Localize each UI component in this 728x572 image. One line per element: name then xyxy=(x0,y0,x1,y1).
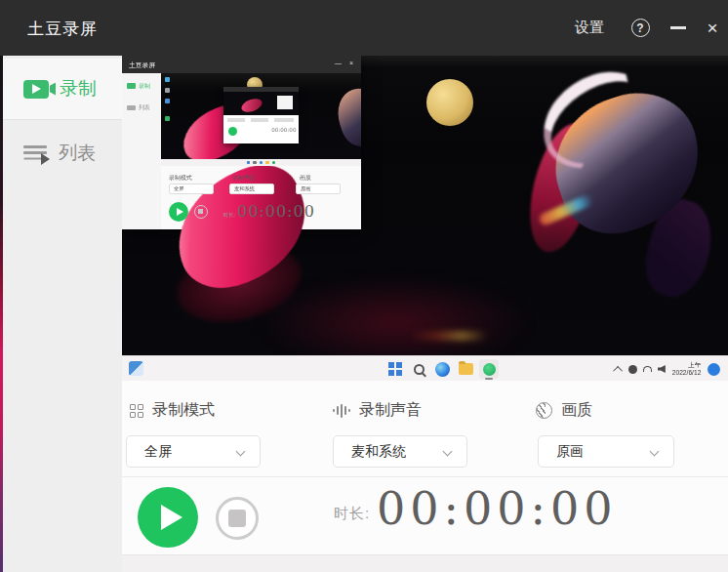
controls-panel: 录制模式 录制声音 画质 全屏 麦和系统 原画 xyxy=(122,381,728,476)
mini-desktop-icon xyxy=(165,99,170,103)
duration-value: 00:00:00 xyxy=(377,482,618,535)
nested-quality-dropdown: 原画 xyxy=(296,184,341,194)
tray-chevron-icon xyxy=(613,365,623,375)
mini-desktop-icon xyxy=(165,116,170,121)
quality-dropdown[interactable]: 原画 xyxy=(538,435,674,468)
preview-taskbar: 上午 2022/6/12 xyxy=(122,355,728,381)
start-record-button[interactable] xyxy=(138,487,198,548)
sound-wave-icon xyxy=(333,403,350,419)
sidebar: 录制 列表 xyxy=(3,56,122,572)
mini-desktop-icon xyxy=(165,77,170,82)
chevron-down-icon xyxy=(443,447,453,457)
nested-mode-dropdown: 全屏 xyxy=(169,184,214,194)
record-sound-label: 录制声音 xyxy=(359,400,422,421)
search-icon xyxy=(409,359,428,379)
nested-sound-label: 录制声音 xyxy=(232,174,256,183)
notification-badge xyxy=(708,363,720,376)
play-button-mini xyxy=(228,127,237,136)
help-button[interactable]: ? xyxy=(621,0,660,56)
nested-app-window: 土豆录屏 — × 录制 列表 xyxy=(122,56,361,229)
record-mode-label: 录制模式 xyxy=(152,400,215,421)
nested-window-buttons: — × xyxy=(335,60,356,66)
settings-button[interactable]: 设置 xyxy=(564,0,615,56)
quality-group: 画质 xyxy=(536,400,592,421)
close-button[interactable]: × xyxy=(697,0,728,56)
minimize-button[interactable] xyxy=(660,0,697,56)
nested-capture-preview: 00:00:00 xyxy=(161,73,361,166)
nested-taskbar xyxy=(161,159,361,166)
wallpaper-red-glow xyxy=(259,276,532,355)
camcorder-icon xyxy=(23,80,49,99)
playbar: 时长: 00:00:00 xyxy=(122,476,728,554)
nested-stop-button xyxy=(194,205,208,219)
nested-sidebar: 录制 列表 xyxy=(122,73,161,229)
chevron-down-icon xyxy=(650,447,660,457)
nested-controls: 00:00:00 xyxy=(223,115,299,143)
speaker-icon xyxy=(658,365,666,373)
nested-sidebar-list: 列表 xyxy=(127,102,152,112)
list-icon xyxy=(23,144,48,162)
duration-label: 时长: xyxy=(334,505,370,523)
wallpaper-calla-flower xyxy=(331,84,361,151)
stop-record-button[interactable] xyxy=(216,497,259,540)
record-sound-group: 录制声音 xyxy=(333,400,422,421)
nested-capture-preview xyxy=(223,92,299,115)
nested-titlebar: 土豆录屏 — × xyxy=(122,56,361,73)
record-sound-value: 麦和系统 xyxy=(351,443,406,461)
record-sound-dropdown[interactable]: 麦和系统 xyxy=(333,435,467,468)
widgets-icon xyxy=(129,361,143,376)
third-level-window: 00:00:00 xyxy=(223,87,299,143)
file-explorer-icon xyxy=(456,359,475,379)
mini-desktop-icon xyxy=(165,88,170,93)
close-icon: × xyxy=(707,18,717,39)
chevron-down-icon xyxy=(236,447,246,457)
titlebar: 土豆录屏 设置 ? × xyxy=(0,0,728,56)
nested-play-button xyxy=(169,202,188,222)
nested-app-title: 土豆录屏 xyxy=(129,61,155,69)
nested-sound-dropdown: 麦和系统 xyxy=(229,184,274,194)
app-window: 土豆录屏 设置 ? × 录制 列表 xyxy=(0,0,728,572)
recorder-app-taskbar-icon xyxy=(479,359,499,379)
camcorder-icon xyxy=(127,83,136,89)
wallpaper-glint xyxy=(410,331,488,341)
tray-app-icon xyxy=(628,365,637,374)
taskbar-tray: 上午 2022/6/12 xyxy=(616,356,720,382)
app-title: 土豆录屏 xyxy=(27,18,98,40)
record-mode-dropdown[interactable]: 全屏 xyxy=(126,435,261,468)
mini-dropdowns xyxy=(227,118,294,122)
capture-preview: 此电脑 desktop.ini 回收站 desktop.ini 控制面板 土豆录… xyxy=(122,56,728,355)
wifi-icon xyxy=(643,366,652,372)
help-icon: ? xyxy=(631,19,650,37)
windows-start-icon xyxy=(385,359,405,379)
nested-mode-label: 录制模式 xyxy=(169,174,192,183)
quality-label: 画质 xyxy=(561,400,592,421)
quality-lens-icon xyxy=(536,402,552,419)
edge-browser-icon xyxy=(432,359,452,379)
window-footer xyxy=(122,554,728,572)
taskbar-center-icons xyxy=(385,359,499,379)
nested-duration-label: 时长: xyxy=(223,211,236,219)
sidebar-item-list[interactable]: 列表 xyxy=(3,121,122,185)
quality-value: 原画 xyxy=(556,443,584,461)
record-mode-value: 全屏 xyxy=(144,443,172,461)
sidebar-record-label: 录制 xyxy=(60,76,97,102)
sidebar-item-record[interactable]: 录制 xyxy=(3,59,122,120)
nested-duration-value: 00:00:00 xyxy=(237,202,315,221)
nested-quality-label: 画质 xyxy=(300,174,311,183)
list-icon xyxy=(127,105,136,110)
grid-icon xyxy=(130,404,143,418)
taskbar-clock: 上午 2022/6/12 xyxy=(672,361,702,376)
nested-sidebar-record: 录制 xyxy=(127,81,152,91)
wallpaper-yellow-sphere xyxy=(426,79,473,126)
minimize-icon xyxy=(670,26,686,29)
record-mode-group: 录制模式 xyxy=(130,400,215,421)
sidebar-list-label: 列表 xyxy=(59,141,96,166)
